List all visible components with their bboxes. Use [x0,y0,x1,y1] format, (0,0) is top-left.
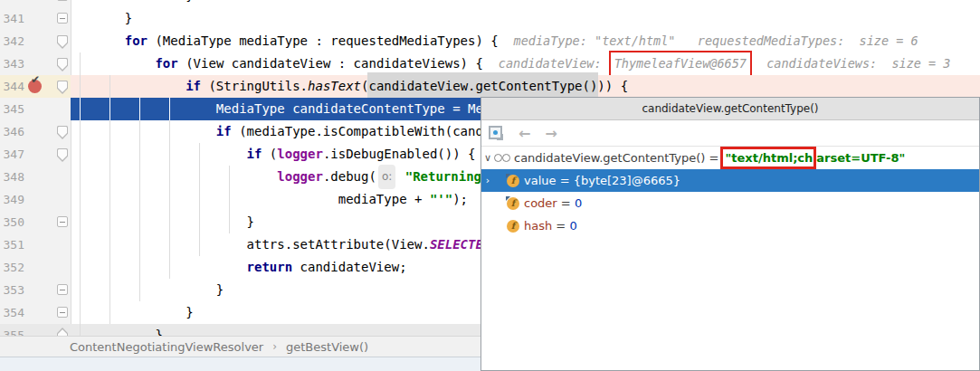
forward-arrow-icon[interactable]: → [545,125,557,142]
code-line-text-area[interactable]: } [71,0,980,7]
line-number: 353 [0,279,24,301]
code-segment: hasText [308,79,361,93]
code-segment [94,33,125,48]
result-value: arset=UTF-8" [816,151,905,165]
result-value-highlight-box: "text/html;ch [720,147,817,169]
variable-row[interactable]: fcoder = 0 [481,192,979,214]
code-segment: "'" [430,192,452,206]
line-number: 349 [0,188,24,211]
code-line[interactable]: 341 } [0,7,980,30]
gutter-cell: 353 [0,279,71,301]
code-segment: logger [277,147,323,161]
fold-marker-icon[interactable] [57,284,68,295]
line-number: 344 [0,75,24,98]
inline-debug-hint: candidateViews: size = 3 [752,56,950,71]
code-segment: (MediaType mediaType : requestedMediaTyp… [147,33,514,48]
variable-value: {byte[23]@6665} [574,174,680,187]
fold-marker-icon[interactable] [57,216,68,227]
parameter-hint-badge: o: [378,165,395,189]
code-segment: attrs.setAttribute(View. [94,237,430,252]
variable-name: hash [524,219,552,233]
code-line[interactable]: 342 for (MediaType mediaType : requested… [0,30,980,52]
variable-row[interactable]: ›fvalue = {byte[23]@6665} [481,169,979,192]
breadcrumb-class[interactable]: ContentNegotiatingViewResolver [70,340,263,354]
line-number: 355 [0,324,24,336]
equals-sign: = [557,196,575,210]
code-segment: (StringUtils. [201,79,308,93]
variable-name: coder [524,196,557,210]
inspect-icon[interactable] [489,126,504,141]
watch-icon [494,154,511,163]
variable-value: 0 [575,196,582,210]
fold-marker-icon[interactable] [57,126,68,139]
breadcrumb: ContentNegotiatingViewResolver › getBest… [0,336,481,357]
gutter-cell: 346 [0,120,71,143]
code-segment: } [94,0,194,3]
code-segment: if [247,147,262,161]
variable-name: value [524,174,557,187]
code-segment: logger [277,169,323,184]
fold-marker-icon[interactable] [57,13,68,24]
code-segment: } [94,282,224,297]
popup-title[interactable]: candidateView.getContentType() [481,98,979,120]
code-segment: if [216,124,232,138]
expander-chevron-icon[interactable]: ∨ [481,152,494,164]
breakpoint-icon[interactable] [28,80,42,93]
inline-debug-hint: candidateView: [499,56,609,71]
fold-marker-icon[interactable] [57,307,68,318]
code-text: for (MediaType mediaType : requestedMedi… [71,30,980,52]
code-segment [94,147,247,161]
gutter-cell: 340 [0,0,71,7]
code-segment [94,169,277,184]
equals-sign: = [552,219,569,233]
code-segment: } [94,328,163,336]
code-segment: candidateView; [292,260,406,274]
fold-marker-icon[interactable] [57,81,68,94]
gutter-cell: 351 [0,233,71,256]
code-line[interactable]: 340 } [0,0,980,7]
variable-value: 0 [569,219,576,233]
code-text: } [71,0,980,7]
code-segment: mediaType + [94,192,430,206]
line-number: 348 [0,166,24,188]
code-line[interactable]: 344 if (StringUtils.hasText(candidateVie… [0,75,980,98]
gutter-cell: 354 [0,301,71,324]
code-line-text-area[interactable]: if (StringUtils.hasText(candidateView.ge… [71,75,980,98]
code-segment: for [155,56,177,71]
line-number: 354 [0,301,24,324]
code-line-text-area[interactable]: } [71,324,480,336]
fold-marker-icon[interactable] [57,328,68,336]
back-arrow-icon[interactable]: ← [519,125,530,142]
code-line-text-area[interactable]: } [71,7,980,30]
gutter-cell: 341 [0,7,71,30]
code-segment: (View candidateView : candidateViews) { [178,56,499,71]
line-number: 340 [0,0,24,7]
field-icon: f [507,175,519,187]
variable-row[interactable]: ∨candidateView.getContentType() = "text/… [481,147,979,169]
ide-debug-screen: { "colors": { "exec_line_blue": "#2356a6… [0,0,980,371]
gutter-cell: 350 [0,211,71,233]
code-segment: if [186,79,201,93]
line-number: 347 [0,143,24,166]
gutter-cell: 342 [0,30,71,52]
code-segment: .debug( [323,169,376,184]
fold-marker-icon[interactable] [57,35,68,49]
code-text: } [71,324,480,336]
line-number: 343 [0,52,24,75]
fold-marker-icon[interactable] [57,0,68,1]
code-segment [94,56,155,71]
breadcrumb-method[interactable]: getBestView() [286,340,368,354]
code-segment [94,260,247,274]
debugger-evaluate-popup: candidateView.getContentType() ← → ∨cand… [480,97,980,371]
variable-row[interactable]: fhash = 0 [481,214,979,237]
gutter-cell: 347 [0,143,71,166]
fold-marker-icon[interactable] [57,148,68,162]
code-line-text-area[interactable]: for (MediaType mediaType : requestedMedi… [71,30,980,52]
expander-chevron-icon[interactable]: › [481,175,494,186]
fold-marker-icon[interactable] [57,58,68,71]
popup-toolbar: ← → [481,120,979,147]
breadcrumb-separator-icon: › [272,340,277,353]
field-icon: f [507,197,519,210]
line-number: 345 [0,98,24,120]
variable-name: candidateView.getContentType() [514,151,705,165]
